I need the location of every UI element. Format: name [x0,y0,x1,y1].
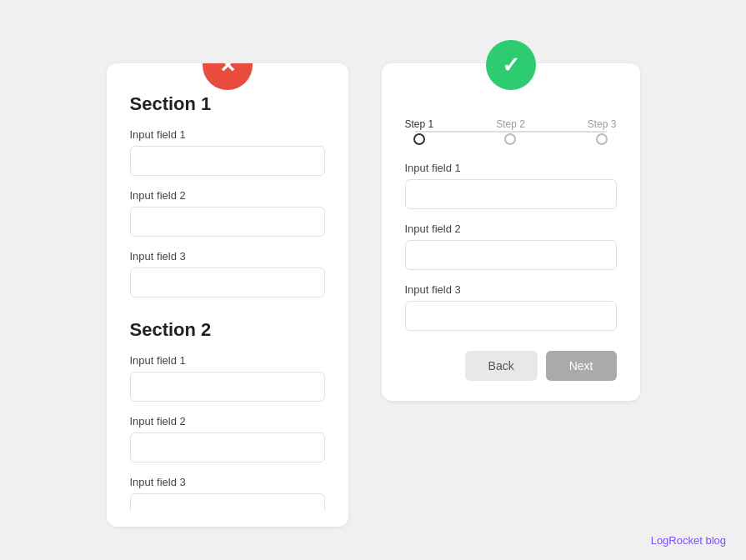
stepper-step-1: Step 1 [405,118,434,145]
back-button[interactable]: Back [465,351,538,381]
left-s1-field3-input[interactable] [130,268,325,298]
left-s1-field2-label: Input field 2 [130,189,325,202]
check-icon [502,52,520,78]
section-2-title: Section 2 [130,319,325,341]
stepper-step-2: Step 2 [496,118,525,145]
next-button[interactable]: Next [546,351,617,381]
stepper-steps: Step 1 Step 2 Step 3 [405,118,617,145]
main-container: Section 1 Input field 1 Input field 2 In… [82,8,665,552]
left-s1-field1-input[interactable] [130,146,325,176]
section-1-title: Section 1 [130,93,325,115]
step-2-label: Step 2 [496,118,525,130]
right-field3-input[interactable] [405,301,617,331]
right-field1-label: Input field 1 [405,162,617,174]
left-s2-field3-input[interactable] [130,493,325,510]
left-s2-field2-input[interactable] [130,432,325,462]
button-row: Back Next [405,351,617,381]
stepper-step-3: Step 3 [588,118,617,145]
left-s2-field1-label: Input field 1 [130,354,325,367]
section-1: Section 1 Input field 1 Input field 2 In… [130,93,325,311]
left-s2-field2-label: Input field 2 [130,415,325,428]
right-field2-input[interactable] [405,240,617,270]
section-2: Section 2 Input field 1 Input field 2 In… [130,319,325,510]
stepper: Step 1 Step 2 Step 3 [405,118,617,145]
step-2-dot [504,133,516,145]
left-s1-field1-label: Input field 1 [130,128,325,141]
step-1-label: Step 1 [405,118,434,130]
right-field1-input[interactable] [405,179,617,209]
left-card: Section 1 Input field 1 Input field 2 In… [107,63,348,527]
success-badge-icon [486,40,536,90]
left-s1-field3-label: Input field 3 [130,250,325,262]
left-s2-field3-label: Input field 3 [130,476,325,488]
x-icon [219,63,236,78]
left-s1-field2-input[interactable] [130,207,325,237]
right-field2-label: Input field 2 [405,222,617,235]
left-s2-field1-input[interactable] [130,372,325,402]
step-1-dot [413,133,425,145]
right-fields: Input field 1 Input field 2 Input field … [405,162,617,344]
right-card: Step 1 Step 2 Step 3 Input field 1 Input… [382,63,640,401]
footer-link[interactable]: LogRocket blog [651,534,726,547]
step-3-dot [596,133,608,145]
step-3-label: Step 3 [588,118,617,130]
right-field3-label: Input field 3 [405,283,617,296]
